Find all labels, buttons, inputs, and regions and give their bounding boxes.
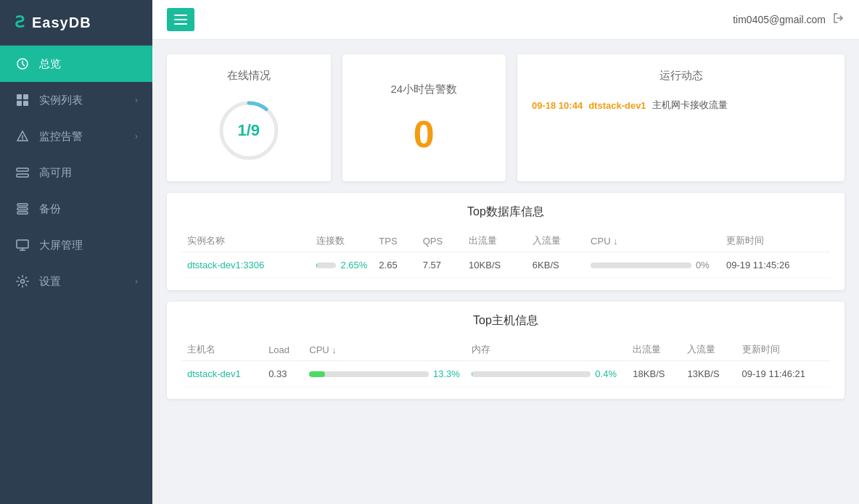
connections-bar-0 (316, 263, 336, 268)
logo-text: EasyDB (32, 15, 91, 31)
th-host-in: 入流量 (681, 339, 736, 361)
monitor-alert-icon (15, 128, 30, 144)
svg-rect-9 (17, 204, 28, 206)
alert-count-card: 24小时告警数 0 (342, 54, 506, 181)
sidebar-item-big-screen[interactable]: 大屏管理 (0, 227, 152, 263)
th-host-update: 更新时间 (736, 339, 830, 361)
svg-rect-10 (17, 208, 28, 210)
host-cpu-label-0: 13.3% (433, 368, 460, 379)
svg-rect-1 (17, 94, 22, 99)
sidebar-monitor-label: 监控告警 (39, 130, 135, 144)
th-in-traffic: 入流量 (527, 230, 585, 252)
host-cpu-0: 13.3% (303, 361, 466, 387)
top-host-card: Top主机信息 主机名 Load CPU ↓ 内存 出流量 入流量 更新时间 d… (167, 302, 844, 399)
svg-rect-8 (17, 174, 28, 177)
host-cpu-bar-0 (309, 371, 429, 377)
top-db-row-0: dtstack-dev1:3306 2.65% 2.65 7.57 10KB/S… (181, 252, 830, 278)
host-load-0: 0.33 (263, 361, 303, 387)
menu-button[interactable] (167, 8, 194, 31)
overview-icon (15, 56, 30, 72)
th-connections: 连接数 (311, 230, 373, 252)
high-availability-icon (15, 165, 30, 181)
sidebar-item-monitor-alert[interactable]: 监控告警 › (0, 118, 152, 154)
host-name-0: dtstack-dev1 (181, 361, 263, 387)
top-host-table: 主机名 Load CPU ↓ 内存 出流量 入流量 更新时间 dtstack-d… (181, 339, 830, 387)
activity-item-0: 09-18 10:44 dtstack-dev1 主机网卡接收流量 (532, 94, 830, 116)
header-right: tim0405@gmail.com (733, 12, 844, 27)
db-update-0: 09-19 11:45:26 (720, 252, 830, 278)
top-db-header-row: 实例名称 连接数 TPS QPS 出流量 入流量 CPU ↓ 更新时间 (181, 230, 830, 252)
th-host-cpu: CPU ↓ (303, 339, 466, 361)
svg-rect-2 (23, 94, 28, 99)
db-tps-0: 2.65 (373, 252, 416, 278)
main-area: tim0405@gmail.com 在线情况 1/9 (152, 0, 859, 504)
user-email: tim0405@gmail.com (733, 14, 826, 25)
online-status-card: 在线情况 1/9 (167, 54, 331, 181)
sidebar-settings-label: 设置 (39, 275, 135, 289)
db-connections-0: 2.65% (311, 252, 373, 278)
sidebar-overview-label: 总览 (39, 57, 138, 71)
big-screen-icon (15, 237, 30, 253)
svg-rect-7 (17, 168, 28, 171)
top-host-tbody: dtstack-dev1 0.33 13.3% 0.4% 18KB/S 13KB… (181, 361, 830, 387)
db-in-0: 6KB/S (527, 252, 585, 278)
svg-rect-16 (174, 15, 187, 16)
svg-rect-11 (17, 212, 28, 214)
gauge-container: 1/9 (213, 94, 285, 167)
logout-icon[interactable] (833, 12, 844, 27)
sidebar-item-overview[interactable]: 总览 (0, 46, 152, 82)
top-db-table: 实例名称 连接数 TPS QPS 出流量 入流量 CPU ↓ 更新时间 dtst… (181, 230, 830, 278)
header: tim0405@gmail.com (152, 0, 859, 40)
host-mem-label-0: 0.4% (595, 368, 621, 379)
svg-rect-4 (23, 101, 28, 106)
alert-count-value: 0 (414, 115, 435, 153)
svg-rect-18 (174, 23, 187, 25)
sidebar-item-instance-list[interactable]: 实例列表 › (0, 82, 152, 118)
db-instance-0: dtstack-dev1:3306 (181, 252, 311, 278)
th-instance-name: 实例名称 (181, 230, 311, 252)
sidebar-bigscreen-label: 大屏管理 (39, 239, 138, 252)
instance-list-icon (15, 92, 30, 108)
instance-arrow-icon: › (135, 95, 138, 105)
top-host-title: Top主机信息 (181, 313, 830, 329)
cpu-label-0: 0% (696, 260, 715, 270)
th-memory: 内存 (466, 339, 628, 361)
sidebar-instance-label: 实例列表 (39, 94, 135, 107)
th-hostname: 主机名 (181, 339, 263, 361)
settings-arrow-icon: › (135, 276, 138, 286)
header-left (167, 8, 194, 31)
activity-host-0: dtstack-dev1 (588, 100, 646, 111)
top-host-header-row: 主机名 Load CPU ↓ 内存 出流量 入流量 更新时间 (181, 339, 830, 361)
sidebar: Ƨ EasyDB 总览 实例列表 › 监控告警 › (0, 0, 152, 504)
db-out-0: 10KB/S (463, 252, 527, 278)
svg-point-20 (221, 103, 276, 158)
svg-point-6 (22, 139, 22, 140)
activity-time-0: 09-18 10:44 (532, 100, 583, 111)
logo-icon: Ƨ (15, 13, 25, 32)
host-update-0: 09-19 11:46:21 (736, 361, 830, 387)
host-out-0: 18KB/S (627, 361, 681, 387)
host-mem-bar-0 (472, 371, 591, 377)
svg-rect-12 (17, 240, 28, 248)
sidebar-item-high-availability[interactable]: 高可用 (0, 154, 152, 191)
db-qps-0: 7.57 (417, 252, 463, 278)
sidebar-backup-label: 备份 (39, 202, 138, 216)
backup-icon (15, 201, 30, 217)
sidebar-item-backup[interactable]: 备份 (0, 191, 152, 227)
th-update-time: 更新时间 (720, 230, 830, 252)
th-host-out: 出流量 (627, 339, 681, 361)
top-db-thead: 实例名称 连接数 TPS QPS 出流量 入流量 CPU ↓ 更新时间 (181, 230, 830, 252)
top-cards-row: 在线情况 1/9 24小时告警数 0 运行动态 09-18 10:44 (167, 54, 844, 181)
alert-count-title: 24小时告警数 (390, 83, 457, 96)
sidebar-item-settings[interactable]: 设置 › (0, 263, 152, 299)
top-host-row-0: dtstack-dev1 0.33 13.3% 0.4% 18KB/S 13KB… (181, 361, 830, 387)
db-cpu-0: 0% (585, 252, 720, 278)
top-db-title: Top数据库信息 (181, 205, 830, 220)
logo-area: Ƨ EasyDB (0, 0, 152, 46)
gauge-ring-svg (213, 94, 285, 167)
settings-icon (15, 273, 30, 289)
activity-desc-0: 主机网卡接收流量 (652, 99, 728, 112)
top-db-tbody: dtstack-dev1:3306 2.65% 2.65 7.57 10KB/S… (181, 252, 830, 278)
monitor-arrow-icon: › (135, 131, 138, 141)
svg-rect-3 (17, 101, 22, 106)
